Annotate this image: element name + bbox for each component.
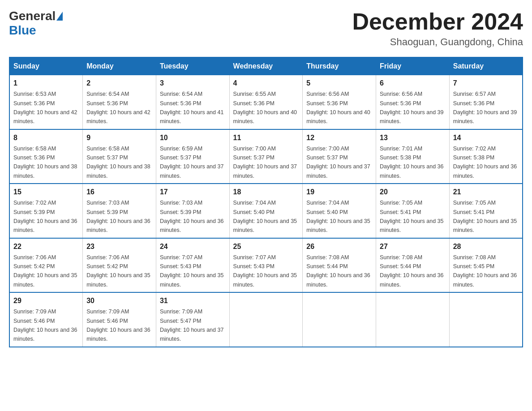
calendar-cell: 11Sunrise: 7:00 AMSunset: 5:37 PMDayligh…	[229, 129, 303, 184]
day-info: Sunrise: 7:09 AMSunset: 5:46 PMDaylight:…	[86, 308, 150, 342]
day-number: 3	[160, 78, 226, 89]
column-header-friday: Friday	[376, 57, 450, 75]
day-info: Sunrise: 7:01 AMSunset: 5:38 PMDaylight:…	[380, 146, 443, 179]
calendar-cell: 20Sunrise: 7:05 AMSunset: 5:41 PMDayligh…	[376, 184, 450, 238]
calendar-cell: 26Sunrise: 7:08 AMSunset: 5:44 PMDayligh…	[303, 238, 376, 293]
calendar-cell: 28Sunrise: 7:08 AMSunset: 5:45 PMDayligh…	[449, 238, 523, 293]
calendar-cell: 31Sunrise: 7:09 AMSunset: 5:47 PMDayligh…	[156, 292, 229, 347]
day-number: 10	[160, 133, 226, 143]
page-header: General Blue December 2024 Shaoguan, Gua…	[9, 9, 523, 48]
day-info: Sunrise: 7:06 AMSunset: 5:42 PMDaylight:…	[13, 254, 77, 288]
day-number: 23	[86, 241, 152, 252]
column-header-saturday: Saturday	[449, 57, 523, 75]
day-number: 29	[13, 295, 79, 306]
day-info: Sunrise: 7:09 AMSunset: 5:47 PMDaylight:…	[160, 308, 223, 342]
day-info: Sunrise: 7:04 AMSunset: 5:40 PMDaylight:…	[233, 200, 297, 233]
day-number: 14	[453, 133, 519, 143]
calendar-cell	[449, 292, 523, 347]
day-info: Sunrise: 7:09 AMSunset: 5:46 PMDaylight:…	[13, 308, 77, 342]
calendar-cell: 19Sunrise: 7:04 AMSunset: 5:40 PMDayligh…	[303, 184, 376, 238]
day-number: 24	[160, 241, 226, 252]
day-number: 1	[13, 78, 79, 89]
logo-blue-text: Blue	[9, 23, 36, 37]
calendar-cell: 17Sunrise: 7:03 AMSunset: 5:39 PMDayligh…	[156, 184, 229, 238]
calendar-table: SundayMondayTuesdayWednesdayThursdayFrid…	[9, 57, 523, 347]
day-info: Sunrise: 6:57 AMSunset: 5:36 PMDaylight:…	[453, 91, 517, 124]
calendar-cell: 18Sunrise: 7:04 AMSunset: 5:40 PMDayligh…	[229, 184, 303, 238]
day-info: Sunrise: 7:08 AMSunset: 5:44 PMDaylight:…	[380, 254, 443, 288]
calendar-cell: 13Sunrise: 7:01 AMSunset: 5:38 PMDayligh…	[376, 129, 450, 184]
day-info: Sunrise: 6:54 AMSunset: 5:36 PMDaylight:…	[86, 91, 150, 124]
calendar-cell: 21Sunrise: 7:05 AMSunset: 5:41 PMDayligh…	[449, 184, 523, 238]
day-number: 8	[13, 133, 79, 143]
calendar-cell	[229, 292, 303, 347]
calendar-cell	[303, 292, 376, 347]
logo: General Blue	[9, 9, 64, 38]
day-info: Sunrise: 6:55 AMSunset: 5:36 PMDaylight:…	[233, 91, 297, 124]
calendar-week-row: 1Sunrise: 6:53 AMSunset: 5:36 PMDaylight…	[9, 75, 523, 129]
calendar-cell: 22Sunrise: 7:06 AMSunset: 5:42 PMDayligh…	[9, 238, 83, 293]
day-number: 5	[306, 78, 372, 89]
day-info: Sunrise: 7:07 AMSunset: 5:43 PMDaylight:…	[233, 254, 297, 288]
calendar-cell: 24Sunrise: 7:07 AMSunset: 5:43 PMDayligh…	[156, 238, 229, 293]
day-info: Sunrise: 6:56 AMSunset: 5:36 PMDaylight:…	[306, 91, 370, 124]
calendar-week-row: 8Sunrise: 6:58 AMSunset: 5:36 PMDaylight…	[9, 129, 523, 184]
calendar-cell: 9Sunrise: 6:58 AMSunset: 5:37 PMDaylight…	[83, 129, 156, 184]
calendar-cell: 14Sunrise: 7:02 AMSunset: 5:38 PMDayligh…	[449, 129, 523, 184]
day-info: Sunrise: 7:06 AMSunset: 5:42 PMDaylight:…	[86, 254, 150, 288]
day-info: Sunrise: 7:00 AMSunset: 5:37 PMDaylight:…	[233, 146, 297, 179]
day-number: 12	[306, 133, 372, 143]
day-number: 30	[86, 295, 152, 306]
calendar-cell: 16Sunrise: 7:03 AMSunset: 5:39 PMDayligh…	[83, 184, 156, 238]
column-header-sunday: Sunday	[9, 57, 83, 75]
column-header-monday: Monday	[83, 57, 156, 75]
calendar-cell: 6Sunrise: 6:56 AMSunset: 5:36 PMDaylight…	[376, 75, 450, 129]
day-number: 20	[380, 187, 446, 197]
calendar-header-row: SundayMondayTuesdayWednesdayThursdayFrid…	[9, 57, 523, 75]
day-number: 18	[233, 187, 299, 197]
logo-general-text: General	[9, 9, 56, 23]
calendar-cell: 25Sunrise: 7:07 AMSunset: 5:43 PMDayligh…	[229, 238, 303, 293]
calendar-cell: 29Sunrise: 7:09 AMSunset: 5:46 PMDayligh…	[9, 292, 83, 347]
day-info: Sunrise: 6:59 AMSunset: 5:37 PMDaylight:…	[160, 146, 223, 179]
calendar-cell: 4Sunrise: 6:55 AMSunset: 5:36 PMDaylight…	[229, 75, 303, 129]
day-number: 21	[453, 187, 519, 197]
title-area: December 2024 Shaoguan, Guangdong, China	[352, 9, 523, 48]
day-info: Sunrise: 7:05 AMSunset: 5:41 PMDaylight:…	[453, 200, 517, 233]
column-header-tuesday: Tuesday	[156, 57, 229, 75]
calendar-subtitle: Shaoguan, Guangdong, China	[352, 36, 523, 48]
calendar-cell: 10Sunrise: 6:59 AMSunset: 5:37 PMDayligh…	[156, 129, 229, 184]
day-info: Sunrise: 7:05 AMSunset: 5:41 PMDaylight:…	[380, 200, 443, 233]
calendar-cell: 3Sunrise: 6:54 AMSunset: 5:36 PMDaylight…	[156, 75, 229, 129]
day-info: Sunrise: 7:02 AMSunset: 5:38 PMDaylight:…	[453, 146, 517, 179]
calendar-week-row: 29Sunrise: 7:09 AMSunset: 5:46 PMDayligh…	[9, 292, 523, 347]
day-info: Sunrise: 7:02 AMSunset: 5:39 PMDaylight:…	[13, 200, 77, 233]
day-info: Sunrise: 7:08 AMSunset: 5:45 PMDaylight:…	[453, 254, 517, 288]
day-number: 25	[233, 241, 299, 252]
day-info: Sunrise: 6:54 AMSunset: 5:36 PMDaylight:…	[160, 91, 223, 124]
day-number: 27	[380, 241, 446, 252]
day-number: 26	[306, 241, 372, 252]
day-info: Sunrise: 6:58 AMSunset: 5:36 PMDaylight:…	[13, 146, 77, 179]
day-number: 19	[306, 187, 372, 197]
calendar-cell: 2Sunrise: 6:54 AMSunset: 5:36 PMDaylight…	[83, 75, 156, 129]
calendar-cell: 7Sunrise: 6:57 AMSunset: 5:36 PMDaylight…	[449, 75, 523, 129]
day-number: 28	[453, 241, 519, 252]
day-number: 17	[160, 187, 226, 197]
day-number: 11	[233, 133, 299, 143]
day-info: Sunrise: 7:08 AMSunset: 5:44 PMDaylight:…	[306, 254, 370, 288]
calendar-week-row: 22Sunrise: 7:06 AMSunset: 5:42 PMDayligh…	[9, 238, 523, 293]
day-number: 6	[380, 78, 446, 89]
day-info: Sunrise: 6:56 AMSunset: 5:36 PMDaylight:…	[380, 91, 443, 124]
day-info: Sunrise: 7:03 AMSunset: 5:39 PMDaylight:…	[86, 200, 150, 233]
day-info: Sunrise: 7:00 AMSunset: 5:37 PMDaylight:…	[306, 146, 370, 179]
calendar-cell: 30Sunrise: 7:09 AMSunset: 5:46 PMDayligh…	[83, 292, 156, 347]
calendar-cell	[376, 292, 450, 347]
day-info: Sunrise: 7:04 AMSunset: 5:40 PMDaylight:…	[306, 200, 370, 233]
day-number: 9	[86, 133, 152, 143]
calendar-week-row: 15Sunrise: 7:02 AMSunset: 5:39 PMDayligh…	[9, 184, 523, 238]
day-number: 15	[13, 187, 79, 197]
calendar-cell: 1Sunrise: 6:53 AMSunset: 5:36 PMDaylight…	[9, 75, 83, 129]
calendar-cell: 27Sunrise: 7:08 AMSunset: 5:44 PMDayligh…	[376, 238, 450, 293]
day-number: 22	[13, 241, 79, 252]
